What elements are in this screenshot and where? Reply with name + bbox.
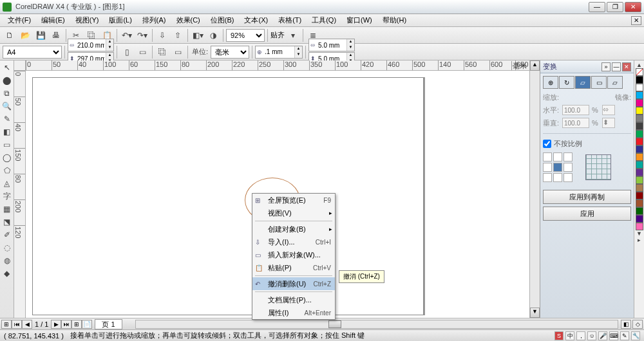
menu-tools[interactable]: 工具(Q) bbox=[307, 14, 341, 26]
anchor-grid[interactable] bbox=[543, 152, 573, 182]
color-swatch[interactable] bbox=[636, 138, 643, 145]
current-page-icon[interactable]: ▭ bbox=[171, 45, 185, 59]
palette-down-icon[interactable]: ▼ bbox=[636, 230, 642, 237]
menu-edit[interactable]: 编辑(E) bbox=[36, 14, 70, 26]
table-tool-icon[interactable]: ▦ bbox=[1, 203, 13, 215]
color-swatch[interactable] bbox=[636, 215, 643, 223]
menu-view[interactable]: 视图(Y) bbox=[70, 14, 104, 26]
eyedropper-tool-icon[interactable]: ✐ bbox=[1, 229, 13, 241]
freehand-tool-icon[interactable]: ✎ bbox=[1, 113, 13, 125]
open-icon[interactable]: 📂 bbox=[18, 28, 32, 42]
print-icon[interactable]: 🖶 bbox=[49, 28, 63, 42]
smartfill-tool-icon[interactable]: ◧ bbox=[1, 126, 13, 138]
scroll-up-icon[interactable]: ▲ bbox=[530, 60, 540, 71]
menu-layout[interactable]: 版面(L) bbox=[104, 14, 137, 26]
scale-v-input[interactable] bbox=[562, 118, 589, 128]
interactivefill-tool-icon[interactable]: ◆ bbox=[1, 268, 13, 279]
tab-size-icon[interactable]: ▭ bbox=[591, 76, 607, 89]
color-swatch[interactable] bbox=[636, 161, 643, 169]
dup-x-spin[interactable]: ⬄▲▼ bbox=[308, 39, 355, 51]
ime-kbd-icon[interactable]: ⌨ bbox=[609, 331, 618, 340]
save-icon[interactable]: 💾 bbox=[33, 28, 48, 42]
ime-punct-icon[interactable]: ， bbox=[576, 331, 585, 340]
outline-tool-icon[interactable]: ◌ bbox=[1, 242, 13, 253]
fill-indicator-icon[interactable]: ◧ bbox=[621, 320, 631, 329]
ctx-item[interactable]: 属性(I)Alt+Enter bbox=[252, 306, 335, 319]
scroll-down-icon[interactable]: ▼ bbox=[530, 308, 540, 318]
close-button[interactable]: ✕ bbox=[625, 2, 641, 12]
ctx-item[interactable]: ⇩导入(I)...Ctrl+I bbox=[252, 235, 335, 248]
palette-flyout-icon[interactable]: ▸ bbox=[638, 237, 641, 243]
docker-rollup-icon[interactable]: » bbox=[601, 62, 611, 71]
apply-copy-button[interactable]: 应用到再制 bbox=[543, 190, 631, 204]
page-tab[interactable]: 页 1 bbox=[95, 319, 122, 329]
menu-file[interactable]: 文件(F) bbox=[3, 14, 36, 26]
mirror-h-icon[interactable]: ⬄ bbox=[602, 105, 615, 115]
color-swatch[interactable] bbox=[636, 84, 643, 91]
redo-icon[interactable]: ↷▾ bbox=[135, 28, 149, 42]
color-swatch[interactable] bbox=[636, 153, 643, 161]
ctx-item[interactable]: ⊞全屏预览(E)F9 bbox=[252, 194, 335, 207]
import-icon[interactable]: ⇩ bbox=[155, 28, 169, 42]
app-launcher-icon[interactable]: ◧▾ bbox=[191, 28, 205, 42]
zoom-combo[interactable]: 92% bbox=[226, 29, 265, 42]
welcome-icon[interactable]: ◑ bbox=[206, 28, 220, 42]
interactive-tool-icon[interactable]: ⬔ bbox=[1, 216, 13, 228]
ctx-item[interactable]: 视图(V)▸ bbox=[252, 207, 335, 219]
menu-arrange[interactable]: 排列(A) bbox=[137, 14, 171, 26]
horizontal-scrollbar[interactable] bbox=[135, 320, 618, 329]
color-swatch[interactable] bbox=[636, 145, 643, 153]
ctx-item[interactable]: 创建对象(B)▸ bbox=[252, 223, 335, 235]
doc-close-button[interactable]: ✕ bbox=[631, 16, 641, 25]
landscape-icon[interactable]: ▭ bbox=[135, 45, 149, 59]
ctx-item[interactable]: ▭插入新对象(W)... bbox=[252, 248, 335, 261]
ime-s-icon[interactable]: S bbox=[554, 331, 564, 340]
snap-dropdown[interactable]: ▾ bbox=[286, 28, 300, 42]
mirror-v-icon[interactable]: ⬍ bbox=[602, 118, 615, 128]
zoom-tool-icon[interactable]: 🔍 bbox=[1, 100, 13, 112]
menu-table[interactable]: 表格(T) bbox=[273, 14, 307, 26]
export-icon[interactable]: ⇧ bbox=[171, 28, 185, 42]
color-swatch[interactable] bbox=[636, 91, 643, 99]
page-add-after-icon[interactable]: ⊞ bbox=[71, 320, 82, 329]
ctx-item[interactable]: ↶撤消删除(U)Ctrl+Z bbox=[252, 277, 335, 290]
unit-combo[interactable]: 毫米 bbox=[211, 46, 249, 59]
color-swatch[interactable] bbox=[636, 130, 643, 138]
polygon-tool-icon[interactable]: ⬠ bbox=[1, 165, 13, 176]
color-swatch[interactable] bbox=[636, 99, 643, 107]
fill-tool-icon[interactable]: ◍ bbox=[1, 255, 13, 266]
color-swatch[interactable] bbox=[636, 115, 643, 122]
new-icon[interactable]: 🗋 bbox=[3, 28, 17, 42]
tab-skew-icon[interactable]: ▱ bbox=[607, 76, 623, 89]
page-next-icon[interactable]: ▶ bbox=[51, 320, 61, 329]
page-add-before-icon[interactable]: ⊞ bbox=[1, 320, 12, 329]
docker-title-bar[interactable]: 变换 » — ✕ bbox=[540, 60, 634, 73]
menu-help[interactable]: 帮助(H) bbox=[377, 14, 412, 26]
page-icon[interactable]: 📄 bbox=[82, 320, 92, 329]
vertical-scrollbar[interactable]: ▲ ▼ bbox=[529, 60, 540, 318]
ime-zh-icon[interactable]: 中 bbox=[565, 331, 574, 340]
menu-window[interactable]: 窗口(W) bbox=[341, 14, 377, 26]
minimize-button[interactable]: — bbox=[589, 2, 605, 12]
undo-icon[interactable]: ↶▾ bbox=[120, 28, 134, 42]
color-swatch[interactable] bbox=[636, 207, 643, 215]
menu-text[interactable]: 文本(X) bbox=[239, 14, 273, 26]
crop-tool-icon[interactable]: ⧉ bbox=[1, 88, 13, 99]
color-swatch[interactable] bbox=[636, 76, 643, 84]
ellipse-tool-icon[interactable]: ◯ bbox=[1, 152, 13, 163]
apply-button[interactable]: 应用 bbox=[543, 207, 631, 221]
color-swatch[interactable] bbox=[636, 176, 643, 184]
page-width-spin[interactable]: ⬄▲▼ bbox=[68, 39, 114, 51]
tab-position-icon[interactable]: ⊕ bbox=[543, 76, 558, 89]
outline-indicator-icon[interactable]: ◇ bbox=[632, 320, 643, 329]
page-first-icon[interactable]: ⏮ bbox=[12, 320, 22, 329]
all-pages-icon[interactable]: ⿻ bbox=[155, 45, 169, 59]
tab-scale-icon[interactable]: ▱ bbox=[575, 76, 591, 89]
menu-bitmaps[interactable]: 位图(B) bbox=[205, 14, 240, 26]
ctx-item[interactable]: 📋粘贴(P)Ctrl+V bbox=[252, 261, 335, 274]
paper-size-combo[interactable]: A4 bbox=[3, 46, 62, 59]
no-color-swatch[interactable] bbox=[636, 68, 643, 76]
ime-mic-icon[interactable]: 🎤 bbox=[598, 331, 607, 340]
color-swatch[interactable] bbox=[636, 169, 643, 176]
menu-effects[interactable]: 效果(C) bbox=[171, 14, 205, 26]
